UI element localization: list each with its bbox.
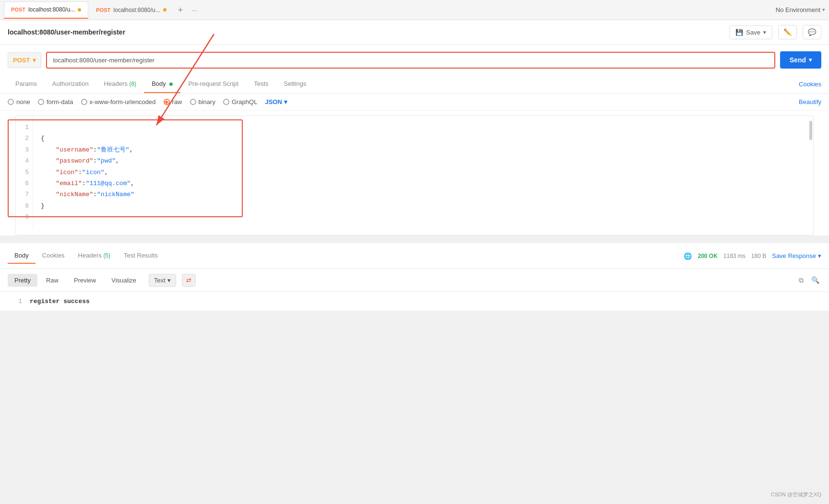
save-label: Save — [746, 29, 760, 36]
copy-response-button[interactable]: ⧉ — [797, 274, 805, 286]
save-icon: 💾 — [735, 29, 743, 36]
send-chevron-icon: ▾ — [809, 57, 812, 63]
response-time: 1183 ms — [723, 253, 746, 259]
tab-bar: POST localhost:8080/u... POST localhost:… — [0, 0, 829, 20]
response-format-selector[interactable]: Text ▾ — [149, 274, 176, 287]
comment-button[interactable]: 💬 — [803, 25, 821, 39]
body-type-raw[interactable]: raw — [164, 98, 182, 105]
beautify-button[interactable]: Beautify — [799, 98, 821, 105]
resp-tab-headers[interactable]: Headers (5) — [71, 248, 117, 264]
line-numbers: 1 2 3 4 5 6 7 8 9 — [16, 116, 33, 229]
resp-line-num-1: 1 — [8, 298, 22, 305]
add-tab-button[interactable]: + — [174, 6, 187, 14]
method-selector[interactable]: POST ▾ — [8, 52, 41, 68]
send-button[interactable]: Send ▾ — [780, 51, 821, 69]
tab-headers[interactable]: Headers (8) — [96, 75, 144, 93]
tab-authorization[interactable]: Authorization — [45, 75, 96, 93]
main-area: POST ▾ Send ▾ Params Authorization Heade… — [0, 45, 829, 235]
environment-selector[interactable]: No Environment ▾ — [776, 6, 825, 13]
body-type-none[interactable]: none — [8, 98, 30, 105]
chevron-down-icon: ▾ — [822, 7, 825, 13]
resp-tab-test-results[interactable]: Test Results — [117, 248, 165, 264]
response-view-tabs: Pretty Raw Preview Visualize Text ▾ ⇄ ⧉ … — [0, 269, 829, 292]
tab-2-dirty — [163, 8, 166, 12]
body-type-graphql[interactable]: GraphQL — [223, 98, 257, 105]
resp-view-pretty[interactable]: Pretty — [8, 274, 37, 287]
response-status: 🌐 200 OK 1183 ms 180 B Save Response ▾ — [684, 252, 821, 260]
wrap-button[interactable]: ⇄ — [182, 274, 196, 287]
radio-graphql[interactable] — [223, 99, 229, 105]
code-content: { "username":"鲁班七号", "password":"pwd", "… — [33, 116, 813, 229]
page-title: localhost:8080/user-member/register — [8, 28, 723, 36]
globe-icon: 🌐 — [684, 252, 692, 260]
scroll-bar — [809, 121, 812, 140]
tab-body[interactable]: Body — [144, 75, 180, 93]
save-chevron-icon: ▾ — [763, 29, 766, 35]
radio-none[interactable] — [8, 99, 14, 105]
json-chevron-icon: ▾ — [284, 98, 287, 105]
method-chevron-icon: ▾ — [33, 57, 36, 64]
url-input[interactable] — [46, 52, 775, 69]
resp-headers-badge: (5) — [103, 252, 110, 259]
request-tabs: Params Authorization Headers (8) Body Pr… — [0, 75, 829, 94]
format-chevron-icon: ▾ — [167, 277, 171, 284]
save-button[interactable]: 💾 Save ▾ — [729, 25, 772, 39]
code-editor[interactable]: 1 2 3 4 5 6 7 8 9 { "username":"鲁班七号", "… — [15, 116, 814, 235]
save-response-button[interactable]: Save Response ▾ — [772, 252, 821, 259]
body-type-binary[interactable]: binary — [190, 98, 215, 105]
save-response-label: Save Response — [772, 252, 816, 259]
tab-params[interactable]: Params — [8, 75, 45, 93]
tab-pre-request[interactable]: Pre-request Script — [180, 75, 246, 93]
resp-tab-body[interactable]: Body — [8, 248, 36, 264]
response-tabs-bar: Body Cookies Headers (5) Test Results 🌐 … — [0, 243, 829, 269]
json-format-selector[interactable]: JSON ▾ — [265, 98, 287, 105]
body-type-urlencoded[interactable]: x-www-form-urlencoded — [81, 98, 156, 105]
radio-urlencoded[interactable] — [81, 99, 87, 105]
tab-1-method: POST — [11, 7, 25, 12]
response-size: 180 B — [751, 253, 766, 259]
tab-1-dirty — [78, 8, 81, 12]
more-tabs-button[interactable]: ··· — [188, 6, 201, 14]
tab-2[interactable]: POST localhost:8080/u... — [89, 1, 173, 19]
tab-tests[interactable]: Tests — [246, 75, 276, 93]
tab-settings[interactable]: Settings — [276, 75, 314, 93]
tab-1-url: localhost:8080/u... — [28, 6, 75, 13]
env-label: No Environment — [776, 6, 820, 13]
search-response-button[interactable]: 🔍 — [809, 274, 821, 286]
status-ok-badge: 200 OK — [698, 253, 717, 259]
send-label: Send — [790, 56, 806, 64]
body-types: none form-data x-www-form-urlencoded raw… — [0, 94, 829, 111]
headers-badge: (8) — [129, 81, 136, 87]
radio-raw[interactable] — [164, 99, 170, 105]
cookies-link[interactable]: Cookies — [799, 81, 821, 88]
resp-tab-cookies[interactable]: Cookies — [36, 248, 71, 264]
url-bar: POST ▾ Send ▾ — [0, 45, 829, 75]
radio-form-data[interactable] — [38, 99, 44, 105]
response-actions: ⧉ 🔍 — [797, 274, 821, 286]
response-area: Body Cookies Headers (5) Test Results 🌐 … — [0, 240, 829, 311]
save-response-chevron-icon: ▾ — [818, 252, 821, 259]
request-title-bar: localhost:8080/user-member/register 💾 Sa… — [0, 20, 829, 45]
tab-2-method: POST — [96, 7, 110, 13]
method-label: POST — [13, 57, 30, 64]
edit-button[interactable]: ✏️ — [778, 25, 797, 39]
format-label: Text — [154, 277, 166, 284]
tab-1[interactable]: POST localhost:8080/u... — [4, 1, 88, 19]
resp-view-preview[interactable]: Preview — [67, 274, 103, 287]
radio-binary[interactable] — [190, 99, 196, 105]
body-type-form-data[interactable]: form-data — [38, 98, 73, 105]
resp-line-content-1: register success — [30, 298, 90, 305]
tab-2-url: localhost:8080/u... — [113, 7, 160, 13]
body-dot — [169, 82, 173, 86]
code-editor-wrapper: 1 2 3 4 5 6 7 8 9 { "username":"鲁班七号", "… — [8, 116, 821, 235]
resp-view-raw[interactable]: Raw — [39, 274, 65, 287]
response-body: 1 register success — [0, 292, 829, 311]
resp-view-visualize[interactable]: Visualize — [105, 274, 143, 287]
wrap-icon: ⇄ — [186, 277, 191, 284]
